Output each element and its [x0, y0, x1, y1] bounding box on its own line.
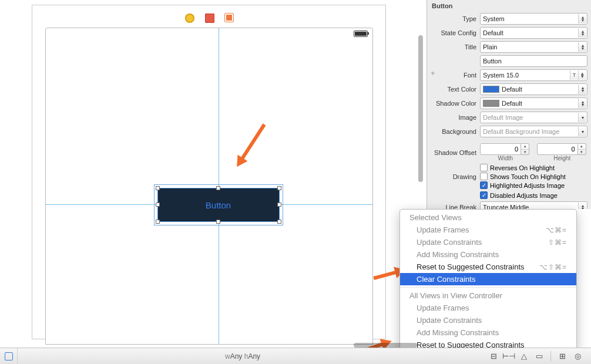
first-responder-icon[interactable]: [205, 14, 214, 23]
select-title-mode-value: Plain: [483, 43, 497, 50]
sublabel-width: Width: [480, 155, 531, 161]
size-class-indicator[interactable]: wAny hAny: [225, 352, 260, 360]
resize-handle-nw[interactable]: [156, 186, 160, 190]
input-title[interactable]: Button: [480, 55, 587, 67]
resize-handle-sw[interactable]: [156, 220, 160, 224]
device-frame: Button: [32, 5, 386, 339]
select-shadow-color[interactable]: Default ▴▾: [480, 97, 587, 109]
chevron-updown-icon: ▴▾: [578, 203, 586, 209]
menu-separator: [400, 287, 576, 288]
line-break-value: Truncate Middle: [483, 204, 529, 209]
text-color-value: Default: [502, 86, 522, 93]
sublabel-height: Height: [537, 155, 588, 161]
bottom-toolbar: wAny hAny ⊟ ⊢⊣ △ ▭ ⊞ ◎: [0, 348, 591, 364]
label-drawing: Drawing: [427, 173, 476, 180]
menu-reset-suggested[interactable]: Reset to Suggested Constraints ⌥⇧⌘=: [400, 261, 576, 273]
menu-section-selected: Selected Views: [400, 211, 576, 224]
menu-update-constraints-all: Update Constraints: [400, 314, 576, 326]
resize-handle-ne[interactable]: [277, 186, 281, 190]
font-stepper-icon[interactable]: ▴▾: [578, 70, 586, 80]
chevron-down-icon: ▾: [578, 113, 586, 122]
label-background: Background: [427, 128, 476, 135]
resizing-tool-icon[interactable]: ▭: [533, 351, 546, 362]
menu-update-frames-all: Update Frames: [400, 302, 576, 314]
toolbar-separator: [550, 351, 551, 362]
select-text-color[interactable]: Default ▴▾: [480, 83, 587, 95]
select-title-mode[interactable]: Plain ▴▾: [480, 41, 587, 53]
select-line-break[interactable]: Truncate Middle ▴▾: [480, 201, 587, 209]
input-shadow-height[interactable]: 0: [537, 143, 578, 155]
file-owner-icon[interactable]: [185, 14, 194, 23]
checkbox-shows-touch[interactable]: [480, 173, 488, 180]
shortcut-update-frames: ⌥⌘=: [546, 226, 567, 234]
attributes-inspector: Button Type System ▴▾ State Config Defau…: [427, 0, 591, 209]
canvas-horizontal-scrollbar[interactable]: [354, 343, 417, 348]
select-type-value: System: [483, 15, 505, 22]
chevron-updown-icon: ▴▾: [578, 42, 586, 52]
resize-handle-e[interactable]: [277, 203, 281, 207]
canvas-button[interactable]: Button: [157, 188, 280, 222]
exit-icon[interactable]: [225, 14, 233, 22]
resolve-issues-menu: Selected Views Update Frames ⌥⌘= Update …: [399, 209, 577, 364]
document-outline-toggle[interactable]: [0, 348, 18, 364]
input-shadow-width[interactable]: 0: [480, 143, 521, 155]
chevron-updown-icon: ▴▾: [578, 85, 586, 94]
inspector-section-title: Button: [427, 0, 591, 12]
checkbox-disabled-adjusts[interactable]: ✓: [480, 191, 488, 199]
label-line-break: Line Break: [427, 204, 476, 209]
label-title: Title: [427, 43, 476, 50]
background-placeholder: Default Background Image: [483, 128, 559, 135]
label-disabled-adjusts: Disabled Adjusts Image: [490, 192, 558, 199]
label-shadow-color: Shadow Color: [427, 100, 476, 107]
canvas-button-label: Button: [206, 200, 231, 210]
device-view[interactable]: Button: [45, 28, 373, 345]
shortcut-reset: ⌥⇧⌘=: [539, 263, 567, 271]
select-state-config[interactable]: Default ▴▾: [480, 27, 587, 39]
resize-handle-w[interactable]: [156, 203, 160, 207]
input-font[interactable]: System 15.0 T ▴▾: [480, 69, 587, 81]
shadow-color-swatch: [483, 100, 499, 107]
label-shows-touch: Shows Touch On Highlight: [490, 173, 566, 180]
select-image[interactable]: Default Image ▾: [480, 112, 587, 123]
pin-tool-icon[interactable]: ⊢⊣: [502, 351, 515, 362]
label-image: Image: [427, 114, 476, 121]
label-state-config: State Config: [427, 29, 476, 36]
resize-handle-se[interactable]: [277, 220, 281, 224]
shadow-color-value: Default: [502, 100, 522, 107]
inspector-scrollbar[interactable]: [418, 35, 423, 182]
label-shadow-offset: Shadow Offset: [427, 149, 476, 156]
circle-icon[interactable]: ◎: [571, 351, 584, 362]
align-tool-icon[interactable]: ⊟: [487, 351, 500, 362]
checkbox-highlighted-adjusts[interactable]: ✓: [480, 181, 488, 189]
menu-clear-constraints[interactable]: Clear Constraints: [400, 273, 576, 285]
menu-update-constraints: Update Constraints ⇧⌘=: [400, 236, 576, 248]
shortcut-update-constraints: ⇧⌘=: [548, 238, 567, 247]
resolve-issues-tool-icon[interactable]: △: [518, 351, 530, 362]
resize-handle-s[interactable]: [216, 220, 220, 224]
select-background[interactable]: Default Background Image ▾: [480, 126, 587, 137]
image-placeholder: Default Image: [483, 114, 523, 121]
checkbox-reverses-highlight[interactable]: [480, 164, 488, 171]
stepper-shadow-height[interactable]: ▴▾: [578, 143, 586, 155]
label-reverses-highlight: Reverses On Highlight: [490, 164, 555, 171]
canvas-toolbar: [185, 14, 233, 23]
resize-handle-n[interactable]: [216, 186, 220, 190]
menu-section-all-views: All Views in View Controller: [400, 289, 576, 302]
input-font-value: System 15.0: [483, 72, 519, 79]
select-state-value: Default: [483, 29, 503, 36]
text-color-swatch: [483, 86, 499, 93]
font-picker-icon[interactable]: T: [570, 70, 578, 80]
select-type[interactable]: System ▴▾: [480, 13, 587, 25]
menu-add-missing: Add Missing Constraints: [400, 248, 576, 261]
outline-icon: [5, 352, 13, 360]
grid-icon[interactable]: ⊞: [556, 351, 569, 362]
stepper-shadow-width[interactable]: ▴▾: [521, 143, 529, 155]
input-title-value: Button: [483, 58, 502, 65]
menu-update-frames: Update Frames ⌥⌘=: [400, 224, 576, 236]
chevron-updown-icon: ▴▾: [578, 14, 586, 23]
label-highlighted-adjusts: Highlighted Adjusts Image: [490, 182, 565, 189]
chevron-updown-icon: ▴▾: [578, 28, 586, 38]
battery-icon: [354, 31, 368, 37]
label-type: Type: [427, 15, 476, 22]
add-font-variation-icon[interactable]: +: [431, 69, 435, 77]
